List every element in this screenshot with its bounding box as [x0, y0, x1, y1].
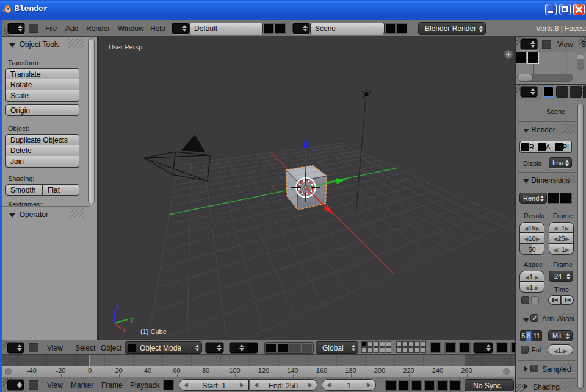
- svg-text:y: y: [130, 316, 134, 323]
- svg-text:User Persp: User Persp: [109, 43, 142, 51]
- svg-text:(1) Cube: (1) Cube: [140, 328, 167, 335]
- svg-text:z: z: [116, 303, 120, 310]
- svg-text:x: x: [123, 326, 126, 333]
